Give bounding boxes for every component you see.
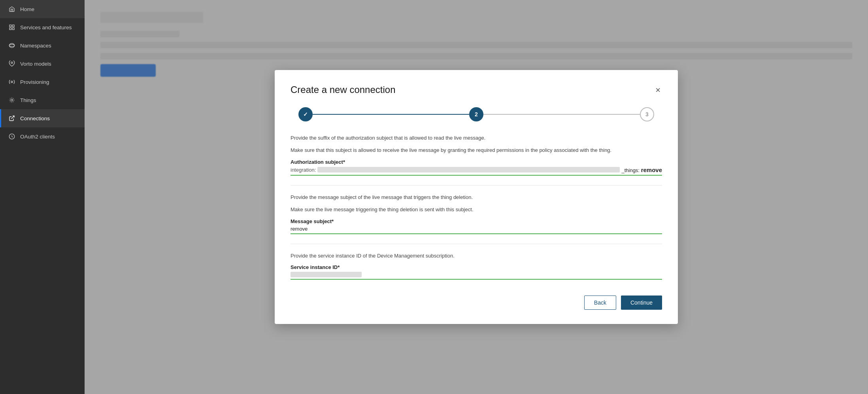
svg-rect-3: [12, 28, 14, 30]
svg-line-8: [11, 116, 14, 119]
svg-point-7: [11, 99, 13, 101]
auth-description-1: Provide the suffix of the authorization …: [291, 134, 662, 142]
msg-description-2: Make sure the live message triggering th…: [291, 206, 662, 214]
sidebar-item-connections-label: Connections: [20, 116, 50, 121]
auth-prefix: integration:: [291, 167, 316, 173]
connections-icon: [8, 115, 15, 122]
message-subject-section: Provide the message subject of the live …: [291, 193, 662, 234]
msg-description-1: Provide the message subject of the live …: [291, 193, 662, 201]
step-1-circle: [298, 107, 313, 121]
step-2-label: 2: [475, 111, 478, 117]
sidebar-item-home[interactable]: Home: [0, 0, 85, 18]
step-2-circle: 2: [469, 107, 483, 121]
sidebar-item-things-label: Things: [20, 97, 36, 103]
modal-footer: Back Continue: [291, 296, 662, 310]
step-3-label: 3: [645, 111, 649, 117]
svg-rect-1: [12, 25, 14, 27]
namespaces-icon: [8, 42, 15, 49]
step-line-2-3: [483, 114, 640, 115]
main-content: Create a new connection × 2 3 Provide: [85, 0, 868, 394]
things-icon: [8, 97, 15, 104]
sidebar-item-provisioning-label: Provisioning: [20, 79, 49, 85]
sidebar-item-oauth2-label: OAuth2 clients: [20, 134, 55, 140]
provisioning-icon: [8, 78, 15, 85]
close-button[interactable]: ×: [654, 84, 662, 96]
auth-suffix-things: _things:: [621, 167, 640, 173]
service-label: Service instance ID*: [291, 264, 662, 270]
svg-point-5: [11, 62, 13, 63]
sidebar-item-provisioning[interactable]: Provisioning: [0, 73, 85, 91]
sidebar-item-namespaces[interactable]: Namespaces: [0, 36, 85, 55]
message-subject-input[interactable]: remove: [291, 226, 662, 234]
step-1-checkmark: [303, 111, 308, 117]
message-value: remove: [291, 226, 308, 232]
step-line-1-2: [313, 114, 469, 115]
modal-overlay: Create a new connection × 2 3 Provide: [85, 0, 868, 394]
divider-2: [291, 244, 662, 244]
auth-value: remove: [641, 167, 662, 173]
oauth2-icon: [8, 133, 15, 140]
svg-point-4: [9, 44, 14, 46]
divider-1: [291, 185, 662, 186]
msg-label: Message subject*: [291, 218, 662, 224]
auth-subject-section: Provide the suffix of the authorization …: [291, 134, 662, 176]
stepper: 2 3: [291, 107, 662, 121]
sidebar-item-namespaces-label: Namespaces: [20, 43, 51, 49]
continue-button[interactable]: Continue: [621, 296, 662, 310]
sidebar-item-things[interactable]: Things: [0, 91, 85, 109]
step-3-circle: 3: [640, 107, 654, 121]
sidebar-item-services-label: Services and features: [20, 25, 72, 30]
sidebar-item-home-label: Home: [20, 6, 34, 12]
auth-suffix-text: _things: remove: [621, 167, 662, 173]
service-description: Provide the service instance ID of the D…: [291, 252, 662, 260]
back-button[interactable]: Back: [584, 296, 616, 310]
modal-title: Create a new connection: [291, 84, 396, 95]
home-icon: [8, 6, 15, 13]
auth-input-mask: [317, 167, 620, 172]
sidebar: Home Services and features Namespaces Vo…: [0, 0, 85, 394]
auth-label: Authorization subject*: [291, 159, 662, 165]
auth-description-2: Make sure that this subject is allowed t…: [291, 146, 662, 154]
svg-rect-2: [9, 28, 11, 30]
modal-header: Create a new connection ×: [291, 84, 662, 96]
service-instance-input[interactable]: [291, 272, 662, 280]
svg-rect-0: [9, 25, 11, 27]
auth-subject-input-row[interactable]: integration: _things: remove: [291, 167, 662, 176]
sidebar-item-services[interactable]: Services and features: [0, 18, 85, 36]
vorto-icon: [8, 60, 15, 67]
services-icon: [8, 24, 15, 31]
create-connection-modal: Create a new connection × 2 3 Provide: [275, 70, 678, 324]
sidebar-item-oauth2[interactable]: OAuth2 clients: [0, 127, 85, 146]
sidebar-item-vorto-label: Vorto models: [20, 61, 51, 67]
svg-point-6: [11, 81, 13, 83]
service-instance-section: Provide the service instance ID of the D…: [291, 252, 662, 280]
sidebar-item-connections[interactable]: Connections: [0, 109, 85, 127]
service-mask: [291, 272, 362, 277]
sidebar-item-vorto[interactable]: Vorto models: [0, 55, 85, 73]
